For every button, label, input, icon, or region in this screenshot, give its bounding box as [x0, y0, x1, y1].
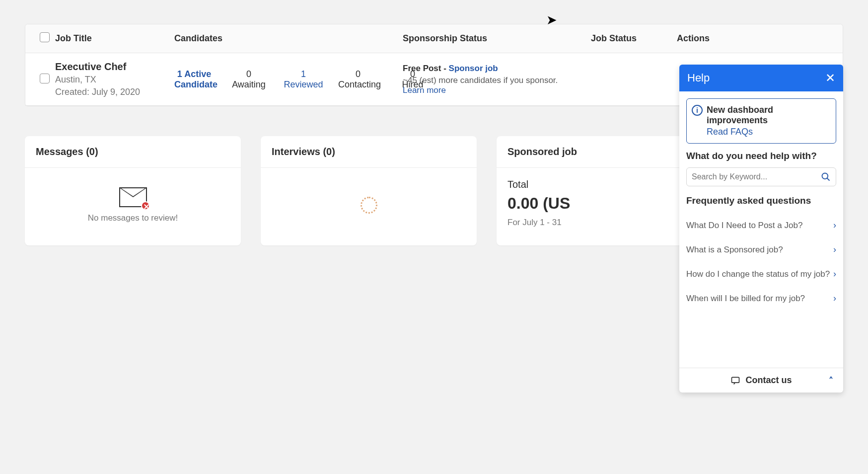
- contact-us-button[interactable]: Contact us ˄: [679, 368, 843, 393]
- active-count: 1 Active: [174, 69, 214, 79]
- interviews-title: Interviews (0): [261, 136, 477, 168]
- reviewed-cell[interactable]: 1 Reviewed: [284, 69, 323, 90]
- search-icon: [821, 172, 831, 182]
- col-job-title: Job Title: [55, 33, 174, 44]
- contacting-cell[interactable]: 0 Contacting: [338, 69, 378, 90]
- table-header: Job Title Candidates Sponsorship Status …: [25, 24, 843, 53]
- chat-icon: [730, 376, 740, 386]
- reviewed-label: Reviewed: [284, 79, 323, 90]
- awaiting-cell[interactable]: 0 Awaiting: [229, 69, 269, 90]
- date-range: For July 1 - 31: [507, 218, 702, 228]
- reviewed-count: 1: [284, 69, 323, 79]
- messages-title: Messages (0): [25, 136, 241, 168]
- col-sponsorship: Sponsorship Status: [403, 33, 572, 44]
- banner-title: New dashboard improvements: [707, 105, 830, 126]
- awaiting-count: 0: [229, 69, 269, 79]
- help-question: What do you need help with?: [686, 151, 836, 161]
- help-header: Help ✕: [679, 65, 843, 91]
- messages-empty-text: No messages to review!: [88, 213, 178, 223]
- col-job-status: Job Status: [572, 33, 656, 44]
- sponsorship-line: Free Post - Sponsor job: [403, 64, 572, 74]
- faq-item[interactable]: What is a Sponsored job? ›: [686, 237, 836, 262]
- row-checkbox[interactable]: [40, 74, 50, 83]
- chevron-right-icon: ›: [833, 293, 836, 304]
- faq-text: How do I change the status of my job?: [686, 269, 830, 279]
- faq-text: What is a Sponsored job?: [686, 245, 783, 255]
- job-title[interactable]: Executive Chef: [55, 61, 174, 73]
- envelope-icon: [119, 187, 147, 207]
- svg-point-0: [822, 173, 828, 179]
- messages-card: Messages (0) No messages to review!: [25, 136, 241, 245]
- chevron-up-icon: ˄: [829, 375, 833, 386]
- faq-text: What Do I Need to Post a Job?: [686, 221, 802, 231]
- awaiting-label: Awaiting: [229, 79, 269, 90]
- faq-item[interactable]: When will I be billed for my job? ›: [686, 286, 836, 311]
- faq-item[interactable]: What Do I Need to Post a Job? ›: [686, 213, 836, 237]
- sponsorship-est: ~45 (est) more candidates if you sponsor…: [403, 76, 558, 85]
- learn-more-link[interactable]: Learn more: [403, 85, 446, 95]
- chevron-right-icon: ›: [833, 220, 836, 231]
- active-label: Candidate: [174, 79, 214, 90]
- chevron-right-icon: ›: [833, 244, 836, 255]
- contacting-label: Contacting: [338, 79, 378, 90]
- read-faqs-link[interactable]: Read FAQs: [707, 127, 753, 137]
- chevron-right-icon: ›: [833, 269, 836, 279]
- no-messages-icon: [141, 201, 150, 210]
- job-location: Austin, TX: [55, 75, 174, 85]
- info-icon: i: [692, 105, 703, 116]
- faq-item[interactable]: How do I change the status of my job? ›: [686, 262, 836, 286]
- col-actions: Actions: [656, 33, 730, 44]
- help-panel: Help ✕ i New dashboard improvements Read…: [679, 65, 843, 393]
- select-all-checkbox[interactable]: [40, 32, 50, 42]
- job-created: Created: July 9, 2020: [55, 87, 174, 97]
- total-label: Total: [507, 179, 702, 190]
- help-search[interactable]: [686, 167, 836, 186]
- loading-spinner-icon: [361, 197, 377, 214]
- help-close-button[interactable]: ✕: [825, 72, 835, 84]
- sponsor-job-link[interactable]: Sponsor job: [449, 64, 498, 73]
- close-icon: ✕: [825, 71, 835, 84]
- faq-heading: Frequently asked questions: [686, 195, 836, 206]
- active-candidates[interactable]: 1 Active Candidate: [174, 69, 214, 90]
- sponsorship-prefix: Free Post -: [403, 64, 449, 73]
- svg-line-1: [827, 178, 830, 181]
- contacting-count: 0: [338, 69, 378, 79]
- total-value: 0.00 (US: [507, 194, 702, 213]
- sponsorship-subtext: ~45 (est) more candidates if you sponsor…: [403, 76, 572, 95]
- col-candidates: Candidates: [174, 33, 403, 44]
- faq-text: When will I be billed for my job?: [686, 294, 805, 304]
- search-input[interactable]: [692, 172, 821, 181]
- interviews-card: Interviews (0): [261, 136, 477, 245]
- contact-label: Contact us: [745, 375, 792, 386]
- improvements-banner: i New dashboard improvements Read FAQs: [686, 98, 836, 144]
- help-title: Help: [687, 72, 710, 84]
- svg-rect-2: [732, 377, 739, 383]
